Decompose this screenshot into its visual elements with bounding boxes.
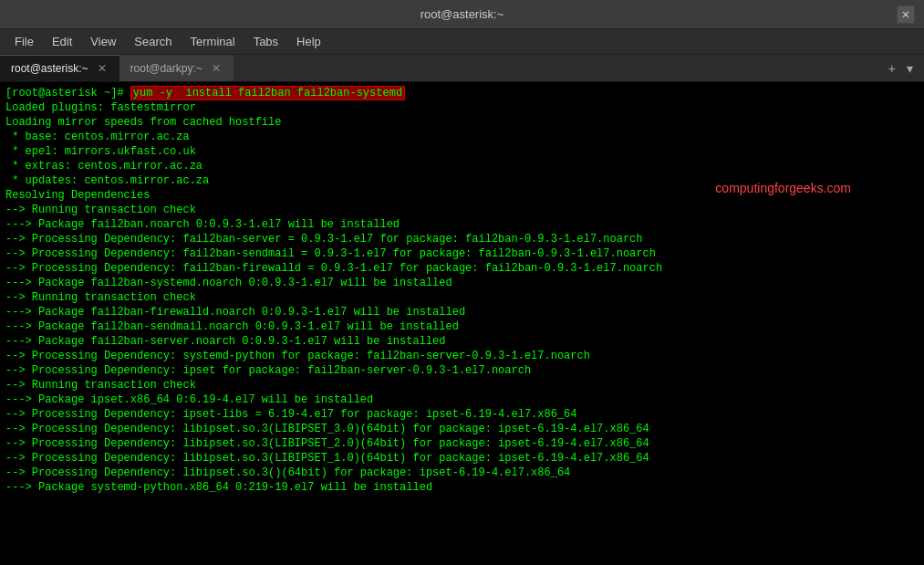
menu-bar: File Edit View Search Terminal Tabs Help [0,29,924,55]
terminal-line: ---> Package fail2ban-systemd.noarch 0:0… [5,276,919,290]
tab-asterisk-label: root@asterisk:~ [11,62,88,75]
terminal-line: Resolving Dependencies [5,188,919,203]
terminal-line: --> Processing Dependency: libipset.so.3… [5,422,919,436]
terminal-line: Loaded plugins: fastestmirror [5,100,919,115]
terminal-line: --> Processing Dependency: fail2ban-serv… [5,232,919,246]
terminal-line: ---> Package fail2ban-firewalld.noarch 0… [5,305,919,319]
terminal-line: --> Processing Dependency: systemd-pytho… [5,349,919,363]
terminal-line: * base: centos.mirror.ac.za [5,130,919,144]
menu-view[interactable]: View [83,33,123,50]
tab-bar: root@asterisk:~ ✕ root@darkpy:~ ✕ + ▾ [0,55,924,82]
tab-darkpy-close[interactable]: ✕ [210,62,223,75]
terminal-line: ---> Package systemd-python.x86_64 0:219… [5,480,919,495]
title-bar: root@asterisk:~ ✕ [0,0,924,29]
terminal-line: Loading mirror speeds from cached hostfi… [5,115,919,130]
terminal-line: * epel: mirrors.ukfast.co.uk [5,144,919,159]
terminal-line: --> Processing Dependency: fail2ban-fire… [5,261,919,276]
tab-actions: + ▾ [877,55,924,81]
menu-search[interactable]: Search [127,33,179,50]
terminal-line: --> Processing Dependency: ipset-libs = … [5,407,919,422]
terminal-line: --> Processing Dependency: libipset.so.3… [5,436,919,451]
terminal-line: --> Running transaction check [5,203,919,217]
terminal-line: ---> Package fail2ban-sendmail.noarch 0:… [5,319,919,334]
tab-darkpy-label: root@darkpy:~ [130,62,202,75]
menu-edit[interactable]: Edit [45,33,79,50]
terminal-line: --> Running transaction check [5,290,919,305]
menu-terminal[interactable]: Terminal [183,33,243,50]
add-tab-button[interactable]: + [885,59,899,78]
prompt-text: [root@asterisk ~]# [5,86,130,100]
tab-dropdown-button[interactable]: ▾ [903,59,917,78]
terminal-output: Loaded plugins: fastestmirrorLoading mir… [5,100,919,495]
menu-tabs[interactable]: Tabs [246,33,286,50]
command-text: yum -y install fail2ban fail2ban-systemd [130,86,405,100]
window-title: root@asterisk:~ [27,7,897,21]
tab-asterisk[interactable]: root@asterisk:~ ✕ [0,55,119,81]
terminal-line: * updates: centos.mirror.ac.za [5,173,919,188]
terminal-line: * extras: centos.mirror.ac.za [5,159,919,173]
prompt-line: [root@asterisk ~]# yum -y install fail2b… [5,86,919,100]
terminal-line: ---> Package ipset.x86_64 0:6.19-4.el7 w… [5,392,919,407]
terminal-line: --> Processing Dependency: fail2ban-send… [5,246,919,261]
close-button[interactable]: ✕ [897,5,915,24]
terminal-area[interactable]: [root@asterisk ~]# yum -y install fail2b… [0,82,924,565]
menu-file[interactable]: File [7,33,41,50]
terminal-line: ---> Package fail2ban-server.noarch 0:0.… [5,334,919,349]
terminal-line: --> Processing Dependency: ipset for pac… [5,363,919,378]
tab-darkpy[interactable]: root@darkpy:~ ✕ [119,55,234,81]
terminal-line: ---> Package fail2ban.noarch 0:0.9.3-1.e… [5,217,919,232]
menu-help[interactable]: Help [289,33,328,50]
terminal-line: --> Running transaction check [5,378,919,392]
terminal-line: --> Processing Dependency: libipset.so.3… [5,451,919,466]
terminal-line: --> Processing Dependency: libipset.so.3… [5,466,919,480]
tab-asterisk-close[interactable]: ✕ [96,62,109,75]
